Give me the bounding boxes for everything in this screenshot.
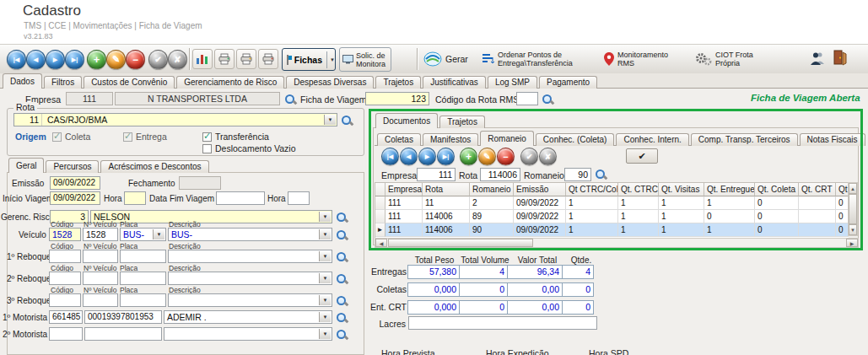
docs-subtab-manifestos[interactable]: Manifestos	[423, 133, 478, 146]
grid-column-header-3[interactable]: Romaneio	[470, 183, 514, 196]
empresa-search-icon[interactable]	[284, 94, 296, 105]
docs-tab-trajetos[interactable]: Trajetos	[439, 116, 485, 128]
grid-row-2[interactable]: 1111140068909/09/2022111000	[375, 210, 849, 223]
reboque2-codigo-input[interactable]	[49, 272, 81, 285]
horizontal-scroll-thumb[interactable]	[388, 239, 533, 247]
reboque2-dropdown-icon[interactable]: ▼	[319, 273, 331, 283]
motorista1-dropdown-icon[interactable]: ▼	[319, 312, 331, 322]
docs-edit-button[interactable]: ✎	[478, 148, 496, 165]
nav-previous-button[interactable]: ◀	[26, 50, 46, 69]
docs-nav-first-button[interactable]: |◀	[381, 148, 399, 165]
tab-acr-scimos-e-descontos[interactable]: Acréscimos e Descontos	[100, 160, 208, 173]
users-button[interactable]	[810, 51, 825, 66]
tab-despesas-diversas[interactable]: Despesas Diversas	[286, 76, 374, 89]
docs-subtab-coletas[interactable]: Coletas	[377, 133, 421, 146]
codigo-rota-rms-input[interactable]	[516, 92, 538, 105]
docs-subtab-notas-fiscais[interactable]: Notas Fiscais	[800, 133, 865, 146]
data-fim-viagem-input[interactable]	[216, 191, 265, 205]
reboque1-search-icon[interactable]	[336, 251, 348, 263]
reboque1-descricao-combo[interactable]: ▼	[168, 250, 332, 263]
ciot-frota-button[interactable]: CIOT Frota Própria	[695, 46, 776, 72]
docs-search-icon[interactable]	[595, 169, 607, 180]
grid-column-header-7[interactable]: Qt. Visitas	[659, 183, 704, 196]
reboque3-placa-input[interactable]	[120, 293, 166, 307]
docs-cancel-button[interactable]: ✘	[539, 148, 557, 165]
grid-row-1[interactable]: 11111209/09/2022111100	[375, 196, 849, 210]
docs-nav-last-button[interactable]: ▶|	[437, 148, 455, 165]
fichas-button[interactable]: Fichas ▼	[282, 48, 336, 71]
reboque1-dropdown-icon[interactable]: ▼	[319, 251, 331, 261]
chart-button[interactable]	[192, 49, 213, 69]
hora-fim-input[interactable]	[288, 191, 310, 205]
reboque3-search-icon[interactable]	[336, 295, 348, 307]
tab-custos-de-conv-nio[interactable]: Custos de Convênio	[84, 76, 175, 89]
entrega-checkbox[interactable]	[123, 132, 132, 142]
reboque3-codigo-input[interactable]	[49, 293, 81, 307]
tab-gerenciamento-de-risco[interactable]: Gerenciamento de Risco	[176, 76, 284, 89]
tab-justificativas[interactable]: Justificativas	[423, 76, 486, 89]
motorista1-nome-combo[interactable]: ADEMIR . ▼	[164, 310, 332, 324]
docs-rota-input[interactable]: 114006	[480, 168, 520, 181]
transferencia-checkbox[interactable]	[202, 132, 212, 142]
scroll-up-icon[interactable]: ▲	[849, 183, 857, 194]
fechamento-input[interactable]	[179, 176, 221, 190]
veiculo-descricao-dropdown-icon[interactable]: ▼	[319, 229, 331, 239]
motorista1-search-icon[interactable]	[336, 312, 348, 324]
docs-nav-previous-button[interactable]: ◀	[400, 148, 418, 165]
cancel-button[interactable]: ✘	[168, 50, 187, 69]
hora-inicio-input[interactable]	[124, 191, 146, 205]
print-button[interactable]	[214, 49, 235, 69]
empresa-code-input[interactable]: 111	[66, 92, 113, 105]
nav-last-button[interactable]: ▶|	[65, 50, 84, 69]
monitoramento-rms-button[interactable]: Monitoramento RMS	[604, 46, 688, 72]
docs-subtab-comp-transp-terceiros[interactable]: Comp. Transp. Terceiros	[691, 133, 798, 146]
veiculo-descricao-combo[interactable]: BUS- ▼	[168, 228, 332, 241]
tab-trajetos[interactable]: Trajetos	[375, 76, 421, 89]
veiculo-codigo-input[interactable]: 1528	[49, 228, 81, 241]
rota-combo[interactable]: 11CAS/RJO/BMA ▼	[13, 113, 337, 126]
scroll-down-icon[interactable]: ▼	[849, 224, 857, 235]
grid-column-header-8[interactable]: Qt. Entregue	[704, 183, 755, 196]
edit-button[interactable]: ✎	[106, 50, 126, 69]
tab-geral[interactable]: Geral	[8, 158, 44, 173]
veiculo-placa-combo[interactable]: BUS- ▼	[120, 228, 166, 241]
docs-nav-next-button[interactable]: ▶	[418, 148, 436, 165]
grid-column-header-11[interactable]: Qt	[836, 183, 849, 196]
vertical-scroll-thumb[interactable]	[849, 194, 857, 224]
grid-column-header-6[interactable]: Qt. CTRC	[618, 183, 659, 196]
coleta-checkbox[interactable]	[52, 132, 62, 142]
add-button[interactable]: +	[87, 50, 106, 69]
docs-subtab-conhec-intern[interactable]: Conhec. Intern.	[616, 133, 688, 146]
docs-empresa-input[interactable]: 111	[417, 168, 456, 181]
reboque2-numero-input[interactable]	[83, 272, 118, 285]
docs-subtab-conhec-coleta[interactable]: Conhec. (Coleta)	[536, 133, 615, 146]
grid-column-header-10[interactable]: Qt. CRT	[799, 183, 836, 196]
reboque2-placa-input[interactable]	[120, 272, 166, 285]
tab-percursos[interactable]: Percursos	[46, 160, 99, 173]
ficha-viagem-input[interactable]: 123	[365, 92, 429, 105]
reboque1-placa-input[interactable]	[120, 250, 166, 263]
lacres-input[interactable]	[408, 316, 597, 330]
docs-tab-documentos[interactable]: Documentos	[375, 113, 438, 128]
exit-button[interactable]	[833, 50, 847, 66]
grid-vertical-scrollbar[interactable]: ▲ ▼	[848, 182, 858, 236]
tab-dados[interactable]: Dados	[3, 73, 42, 89]
inicio-viagem-input[interactable]: 09/09/2022	[50, 191, 100, 205]
reboque1-numero-input[interactable]	[83, 250, 118, 263]
gerar-button[interactable]: Gerar	[423, 46, 477, 72]
reboque2-search-icon[interactable]	[336, 273, 348, 285]
veiculo-numero-input[interactable]: 1528	[83, 228, 118, 241]
grid-column-header-9[interactable]: Qt. Coleta	[755, 183, 799, 196]
veiculo-placa-dropdown-icon[interactable]: ▼	[153, 229, 164, 239]
scroll-right-icon[interactable]: ▶	[846, 239, 858, 247]
motorista1-codigo-input[interactable]: 661485	[49, 310, 83, 324]
emissao-input[interactable]: 09/09/2022	[50, 176, 100, 190]
ordenar-pontos-button[interactable]: Ordenar Pontos de Entrega\Transferência	[483, 46, 599, 72]
docs-delete-button[interactable]: −	[497, 148, 515, 165]
veiculo-search-icon[interactable]	[336, 229, 348, 241]
grid-column-header-5[interactable]: Qt CTRC/Col	[566, 183, 618, 196]
nav-next-button[interactable]: ▶	[46, 50, 65, 69]
scroll-left-icon[interactable]: ◀	[375, 239, 387, 247]
reboque2-descricao-combo[interactable]: ▼	[168, 272, 332, 285]
reboque1-codigo-input[interactable]	[49, 250, 81, 263]
